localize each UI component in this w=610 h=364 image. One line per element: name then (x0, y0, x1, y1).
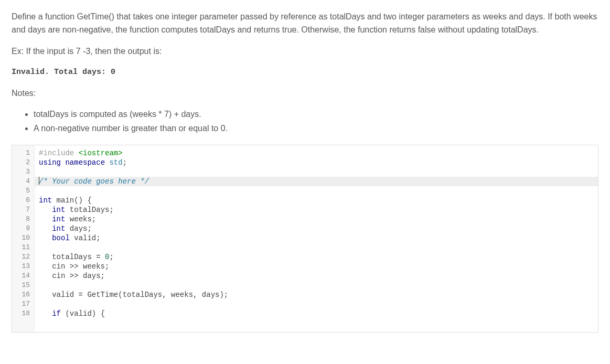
code-token: cin >> days; (39, 272, 105, 280)
line-number: 5 (12, 186, 34, 196)
example-output: Invalid. Total days: 0 (12, 66, 598, 78)
line-number-gutter: 123456789101112131415161718 (12, 145, 35, 332)
code-token (39, 224, 52, 233)
notes-list: totalDays is computed as (weeks * 7) + d… (12, 108, 598, 135)
code-token: <iostream> (79, 149, 123, 157)
code-line[interactable]: using namespace std; (35, 158, 598, 167)
code-line[interactable]: int weeks; (35, 215, 598, 224)
code-line[interactable]: int totalDays; (35, 205, 598, 215)
line-number: 17 (12, 299, 34, 309)
code-token: valid; (74, 234, 100, 242)
code-token (39, 206, 52, 214)
prompt-paragraph-1: Define a function GetTime() that takes o… (12, 10, 598, 37)
notes-heading: Notes: (12, 87, 598, 100)
code-token: int (52, 224, 70, 233)
code-token: cin >> weeks; (39, 262, 109, 271)
example-suffix: , then the output is: (90, 47, 162, 56)
code-token: if (52, 309, 65, 318)
line-number: 16 (12, 290, 34, 299)
code-line[interactable] (35, 243, 598, 252)
problem-statement: Define a function GetTime() that takes o… (12, 10, 598, 135)
code-line[interactable]: cin >> days; (35, 271, 598, 281)
code-line[interactable]: cin >> weeks; (35, 262, 598, 271)
code-token: days; (70, 224, 92, 233)
code-line[interactable]: int days; (35, 224, 598, 233)
code-token (39, 234, 52, 242)
code-line[interactable] (35, 281, 598, 290)
line-number: 2 (12, 158, 34, 167)
code-token (39, 215, 52, 223)
code-token: std (109, 158, 122, 167)
line-number: 3 (12, 167, 34, 177)
code-line[interactable]: if (valid) { (35, 309, 598, 318)
code-line[interactable] (35, 299, 598, 309)
code-area[interactable]: #include <iostream>using namespace std;/… (35, 145, 598, 332)
code-line[interactable]: int main() { (35, 196, 598, 205)
code-token: valid = GetTime(totalDays, weeks, days); (39, 291, 228, 299)
code-token: totalDays; (70, 206, 114, 214)
line-number: 13 (12, 262, 34, 271)
code-line[interactable]: /* Your code goes here */ (35, 177, 598, 186)
line-number: 4 (12, 177, 34, 186)
code-line[interactable]: bool valid; (35, 233, 598, 243)
line-number: 6 (12, 196, 34, 205)
line-number: 14 (12, 271, 34, 281)
code-token: namespace (65, 158, 109, 167)
line-number: 8 (12, 215, 34, 224)
line-number: 9 (12, 224, 34, 233)
code-token: bool (52, 234, 74, 242)
line-number: 1 (12, 148, 34, 158)
note-item: totalDays is computed as (weeks * 7) + d… (34, 108, 598, 121)
line-number: 7 (12, 205, 34, 215)
code-token (39, 309, 52, 318)
code-line[interactable]: totalDays = 0; (35, 252, 598, 262)
code-token: totalDays = (39, 253, 105, 261)
code-token: int (52, 206, 70, 214)
code-token: int (52, 215, 70, 223)
code-token: (valid) { (65, 309, 105, 318)
code-token: ; (109, 253, 113, 261)
example-prefix: Ex: If the input is (12, 47, 76, 56)
code-token: using (39, 158, 65, 167)
code-token: int (39, 196, 57, 205)
code-token: main() { (57, 196, 92, 205)
code-token: weeks; (70, 215, 96, 223)
line-number: 18 (12, 309, 34, 318)
line-number: 15 (12, 281, 34, 290)
code-token: ; (123, 158, 127, 167)
code-editor[interactable]: 123456789101112131415161718 #include <io… (12, 145, 598, 333)
prompt-paragraph-2: Ex: If the input is 7 -3, then the outpu… (12, 45, 598, 58)
code-line[interactable]: #include <iostream> (35, 148, 598, 158)
code-line[interactable]: valid = GetTime(totalDays, weeks, days); (35, 290, 598, 299)
code-token: #include (39, 149, 79, 157)
code-token: /* Your code goes here */ (39, 177, 149, 186)
line-number: 12 (12, 252, 34, 262)
code-line[interactable] (35, 186, 598, 196)
example-input: 7 -3 (76, 47, 91, 56)
code-line[interactable] (35, 167, 598, 177)
note-item: A non-negative number is greater than or… (34, 122, 598, 135)
line-number: 11 (12, 243, 34, 252)
line-number: 10 (12, 233, 34, 243)
